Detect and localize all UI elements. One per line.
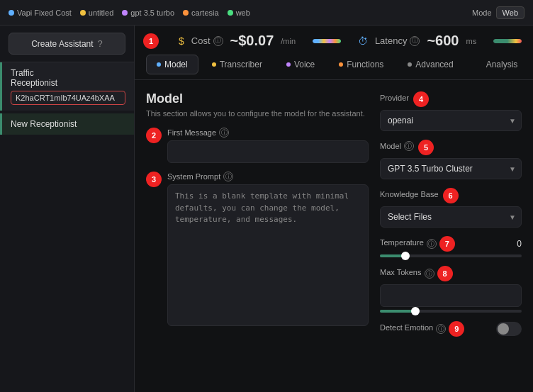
legend-item-gpt35-turbo: gpt 3.5 turbo xyxy=(122,9,174,17)
tab-model-dot xyxy=(157,62,161,67)
first-message-input[interactable] xyxy=(167,140,369,163)
toggle-knob xyxy=(498,323,509,335)
tab-analysis[interactable]: Analysis xyxy=(476,55,529,74)
latency-bar xyxy=(493,39,522,43)
assistant-name: Traffic xyxy=(11,68,125,78)
badge-8: 8 xyxy=(437,266,453,281)
form-area: Model This section allows you to configu… xyxy=(135,80,533,392)
badge-4: 4 xyxy=(413,91,429,107)
badge-7: 7 xyxy=(439,236,455,252)
sidebar-item-new-receptionist[interactable]: New Receptionist xyxy=(0,113,134,135)
first-message-group: 2 First Message ⓘ xyxy=(146,128,369,163)
model-group: Model ⓘ 5 GPT 3.5 Turbo Cluster ▼ xyxy=(380,140,522,179)
cost-unit: /min xyxy=(281,37,296,45)
mode-section: Mode Web xyxy=(472,6,524,19)
legend-item-vapi-fixed-cost: Vapi Fixed Cost xyxy=(9,9,72,17)
provider-select[interactable]: openai xyxy=(380,110,522,131)
temperature-info-icon[interactable]: ⓘ xyxy=(427,239,437,249)
tab-voice-dot xyxy=(286,62,291,67)
model-select-wrapper: GPT 3.5 Turbo Cluster ▼ xyxy=(380,158,522,179)
system-prompt-input[interactable]: This is a blank template with minimal de… xyxy=(167,184,369,326)
temperature-label: Temperature xyxy=(380,238,424,247)
tab-functions-label: Functions xyxy=(347,60,383,69)
detect-emotion-label: Detect Emotion xyxy=(380,323,433,332)
cost-section: $ Cost ⓘ ~$0.07 /min xyxy=(179,33,296,49)
tab-voice[interactable]: Voice xyxy=(276,55,325,74)
tab-transcriber[interactable]: Transcriber xyxy=(201,55,273,74)
max-tokens-info-icon[interactable]: ⓘ xyxy=(425,269,434,279)
detect-emotion-group: Detect Emotion ⓘ 9 xyxy=(380,321,522,337)
tab-model-label: Model xyxy=(164,60,188,69)
max-tokens-input[interactable]: 250 xyxy=(380,284,522,307)
stats-bar: 1 $ Cost ⓘ ~$0.07 /min ⏱ Latency ⓘ ~6 xyxy=(135,26,533,49)
mode-label: Mode xyxy=(472,9,492,17)
cost-info-icon[interactable]: ⓘ xyxy=(213,36,223,46)
provider-select-wrapper: openai ▼ xyxy=(380,110,522,131)
temperature-value: 0 xyxy=(517,239,522,249)
temperature-group: Temperature ⓘ 7 0 xyxy=(380,236,522,257)
create-assistant-label: Create Assistant xyxy=(31,39,93,49)
tab-functions[interactable]: Functions xyxy=(328,55,394,74)
sidebar-item-traffic-receptionist[interactable]: Traffic Receptionist xyxy=(0,62,134,111)
max-tokens-slider-thumb[interactable] xyxy=(411,307,420,315)
max-tokens-slider-fill xyxy=(380,310,415,313)
content-area: 1 $ Cost ⓘ ~$0.07 /min ⏱ Latency ⓘ ~6 xyxy=(135,26,533,392)
latency-info-icon[interactable]: ⓘ xyxy=(410,36,420,46)
tab-advanced-label: Advanced xyxy=(415,60,453,69)
max-tokens-group: Max Tokens ⓘ 8 250 xyxy=(380,266,522,313)
help-icon: ? xyxy=(98,38,103,49)
first-message-info[interactable]: ⓘ xyxy=(219,128,229,138)
new-receptionist-label: New Receptionist xyxy=(11,119,125,129)
latency-label: Latency ⓘ xyxy=(375,35,420,46)
knowledge-base-label: Knowledge Base xyxy=(380,190,439,198)
legend-item-web: web xyxy=(228,9,250,17)
latency-section: ⏱ Latency ⓘ ~600 ms xyxy=(358,33,476,49)
tab-analysis-label: Analysis xyxy=(486,60,518,69)
knowledge-base-group: Knowledge Base 6 Select Files ▼ xyxy=(380,188,522,228)
tabs-bar: Model Transcriber Voice Functions Advanc… xyxy=(135,49,533,80)
sidebar: Create Assistant ? Traffic Receptionist … xyxy=(0,26,135,392)
clock-icon: ⏱ xyxy=(358,35,368,47)
first-message-label: First Message ⓘ xyxy=(167,128,369,138)
badge-9: 9 xyxy=(449,321,464,337)
knowledge-base-select-wrapper: Select Files ▼ xyxy=(380,206,522,228)
tab-functions-dot xyxy=(339,62,343,67)
detect-emotion-toggle[interactable] xyxy=(496,322,522,336)
assistant-name-2: Receptionist xyxy=(11,78,125,88)
tab-advanced[interactable]: Advanced xyxy=(397,55,464,74)
assistant-id-input[interactable] xyxy=(11,91,125,105)
top-bar: Vapi Fixed Costuntitledgpt 3.5 turbocart… xyxy=(0,0,533,26)
detect-emotion-info-icon[interactable]: ⓘ xyxy=(436,324,446,334)
knowledge-base-select[interactable]: Select Files xyxy=(380,206,522,228)
tab-transcriber-label: Transcriber xyxy=(220,60,262,69)
tab-model[interactable]: Model xyxy=(146,55,198,74)
legend-item-cartesia: cartesia xyxy=(183,9,219,17)
max-tokens-slider-track[interactable] xyxy=(380,310,522,313)
temperature-slider-track[interactable] xyxy=(380,254,522,257)
cost-value: ~$0.07 xyxy=(230,33,274,49)
tab-voice-label: Voice xyxy=(294,60,315,69)
create-assistant-button[interactable]: Create Assistant ? xyxy=(9,33,125,55)
model-info-icon[interactable]: ⓘ xyxy=(404,141,414,151)
temperature-slider-thumb[interactable] xyxy=(401,252,410,260)
badge-3: 3 xyxy=(146,172,162,187)
system-prompt-label: System Prompt ⓘ xyxy=(167,172,369,181)
provider-label: Provider xyxy=(380,94,409,102)
dollar-icon: $ xyxy=(179,35,184,47)
tab-advanced-dot xyxy=(408,62,412,67)
legend-item-untitled: untitled xyxy=(80,9,113,17)
form-right: Provider 4 openai ▼ Model xyxy=(380,91,522,381)
max-tokens-label: Max Tokens xyxy=(380,268,422,276)
tab-transcriber-dot xyxy=(212,62,216,67)
mode-badge[interactable]: Web xyxy=(496,6,524,19)
main-layout: Create Assistant ? Traffic Receptionist … xyxy=(0,26,533,392)
section-desc: This section allows you to configure the… xyxy=(146,109,369,118)
section-title: Model xyxy=(146,91,369,106)
system-prompt-info[interactable]: ⓘ xyxy=(223,172,233,181)
badge-6: 6 xyxy=(443,188,459,203)
legend: Vapi Fixed Costuntitledgpt 3.5 turbocart… xyxy=(9,9,464,17)
model-select[interactable]: GPT 3.5 Turbo Cluster xyxy=(380,158,522,179)
cost-label: Cost ⓘ xyxy=(191,35,223,46)
latency-value: ~600 xyxy=(427,33,459,49)
sidebar-header: Create Assistant ? xyxy=(0,26,134,62)
